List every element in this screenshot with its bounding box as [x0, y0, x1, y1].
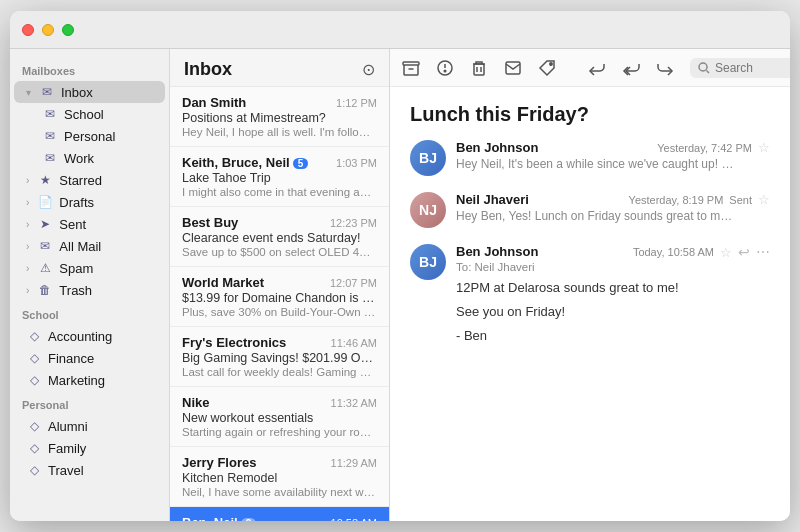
sidebar-item-finance[interactable]: ◇ Finance: [14, 347, 165, 369]
work-mailbox-icon: ✉: [42, 150, 58, 166]
reply-action-3[interactable]: ↩: [738, 244, 750, 260]
maximize-button[interactable]: [62, 24, 74, 36]
allmail-label: All Mail: [59, 239, 101, 254]
email-preview: Plus, save 30% on Build-Your-Own Gift B.…: [182, 306, 377, 318]
svg-line-10: [707, 70, 710, 73]
message-to-3: To: Neil Jhaveri: [456, 261, 770, 273]
sidebar-item-trash[interactable]: › 🗑 Trash: [14, 279, 165, 301]
starred-chevron: ›: [26, 175, 29, 186]
svg-point-3: [444, 70, 446, 72]
email-top: Ben, Neil3 10:58 AM: [182, 515, 377, 521]
sidebar-item-travel[interactable]: ◇ Travel: [14, 459, 165, 481]
email-item[interactable]: World Market 12:07 PM $13.99 for Domaine…: [170, 267, 389, 327]
email-item[interactable]: Fry's Electronics 11:46 AM Big Gaming Sa…: [170, 327, 389, 387]
email-item[interactable]: Nike 11:32 AM New workout essentials Sta…: [170, 387, 389, 447]
sidebar-item-personal[interactable]: ✉ Personal: [14, 125, 165, 147]
detail-content: Lunch this Friday? BJ Ben Johnson Yester…: [390, 87, 790, 521]
sidebar-item-family[interactable]: ◇ Family: [14, 437, 165, 459]
sender-name: World Market: [182, 275, 264, 290]
personal-mailbox-label: Personal: [64, 129, 115, 144]
sidebar-item-starred[interactable]: › ★ Starred: [14, 169, 165, 191]
delete-button[interactable]: [470, 58, 488, 78]
svg-rect-7: [506, 62, 520, 74]
allmail-icon: ✉: [37, 238, 53, 254]
email-preview: I might also come in that evening and me…: [182, 186, 377, 198]
email-preview: Starting again or refreshing your routin…: [182, 426, 377, 438]
trash-chevron: ›: [26, 285, 29, 296]
email-subject: Kitchen Remodel: [182, 471, 377, 485]
email-item[interactable]: Keith, Bruce, Neil5 1:03 PM Lake Tahoe T…: [170, 147, 389, 207]
message-date-2: Yesterday, 8:19 PM: [629, 194, 724, 206]
close-button[interactable]: [22, 24, 34, 36]
sidebar-item-sent[interactable]: › ➤ Sent: [14, 213, 165, 235]
sender-name: Dan Smith: [182, 95, 246, 110]
travel-icon: ◇: [26, 462, 42, 478]
inbox-chevron: ▾: [26, 87, 31, 98]
more-action-3[interactable]: ⋯: [756, 244, 770, 260]
sidebar-item-school[interactable]: ✉ School: [14, 103, 165, 125]
sender-name: Fry's Electronics: [182, 335, 286, 350]
filter-icon[interactable]: ⊙: [362, 60, 375, 79]
school-mailbox-icon: ✉: [42, 106, 58, 122]
email-time: 10:58 AM: [331, 517, 377, 521]
accounting-icon: ◇: [26, 328, 42, 344]
message-meta-1: Yesterday, 7:42 PM ☆: [657, 140, 770, 155]
star-icon-1[interactable]: ☆: [758, 140, 770, 155]
avatar-nj-2: NJ: [410, 192, 446, 228]
email-top: Dan Smith 1:12 PM: [182, 95, 377, 110]
flag-button[interactable]: [436, 58, 454, 78]
sidebar-item-work[interactable]: ✉ Work: [14, 147, 165, 169]
message-header-2: Neil Jhaveri Yesterday, 8:19 PM Sent ☆: [456, 192, 770, 207]
sidebar-item-alumni[interactable]: ◇ Alumni: [14, 415, 165, 437]
search-icon: [698, 62, 710, 74]
sidebar-item-marketing[interactable]: ◇ Marketing: [14, 369, 165, 391]
sender-name: Best Buy: [182, 215, 238, 230]
message-body-1: Ben Johnson Yesterday, 7:42 PM ☆ Hey Nei…: [456, 140, 770, 176]
finance-icon: ◇: [26, 350, 42, 366]
email-item[interactable]: Best Buy 12:23 PM Clearance event ends S…: [170, 207, 389, 267]
message-sender-3: Ben Johnson: [456, 244, 538, 259]
email-item[interactable]: Jerry Flores 11:29 AM Kitchen Remodel Ne…: [170, 447, 389, 507]
archive-button[interactable]: [402, 58, 420, 78]
email-subject: New workout essentials: [182, 411, 377, 425]
trash-label: Trash: [59, 283, 92, 298]
label-button[interactable]: [538, 58, 556, 78]
thread-title: Lunch this Friday?: [410, 103, 770, 126]
email-item[interactable]: Dan Smith 1:12 PM Positions at Mimestrea…: [170, 87, 389, 147]
email-subject: Clearance event ends Saturday!: [182, 231, 377, 245]
sidebar-item-inbox[interactable]: ▾ ✉ Inbox: [14, 81, 165, 103]
minimize-button[interactable]: [42, 24, 54, 36]
starred-icon: ★: [37, 172, 53, 188]
sidebar-item-allmail[interactable]: › ✉ All Mail: [14, 235, 165, 257]
star-icon-3[interactable]: ☆: [720, 245, 732, 260]
sidebar-item-accounting[interactable]: ◇ Accounting: [14, 325, 165, 347]
spam-label: Spam: [59, 261, 93, 276]
sidebar-item-drafts[interactable]: › 📄 Drafts: [14, 191, 165, 213]
replyall-button[interactable]: [622, 58, 640, 78]
star-icon-2[interactable]: ☆: [758, 192, 770, 207]
sidebar: Mailboxes ▾ ✉ Inbox ✉ School ✉ Personal …: [10, 49, 170, 521]
email-preview: Save up to $500 on select OLED 4K TVs!: [182, 246, 377, 258]
drafts-label: Drafts: [59, 195, 94, 210]
email-preview: Last call for weekly deals! Gaming equip…: [182, 366, 377, 378]
search-input[interactable]: [715, 61, 790, 75]
message-date-3: Today, 10:58 AM: [633, 246, 714, 258]
drafts-chevron: ›: [26, 197, 29, 208]
work-mailbox-label: Work: [64, 151, 94, 166]
sender-name: Nike: [182, 395, 209, 410]
email-preview: Hey Neil, I hope all is well. I'm follow…: [182, 126, 377, 138]
email-preview: Neil, I have some availability next week…: [182, 486, 377, 498]
sent-badge-2: Sent: [729, 194, 752, 206]
finance-label: Finance: [48, 351, 94, 366]
mark-button[interactable]: [504, 58, 522, 78]
email-time: 12:23 PM: [330, 217, 377, 229]
svg-rect-0: [403, 62, 419, 65]
sidebar-item-spam[interactable]: › ⚠ Spam: [14, 257, 165, 279]
message-date-1: Yesterday, 7:42 PM: [657, 142, 752, 154]
reply-button[interactable]: [588, 58, 606, 78]
email-list: Inbox ⊙ Dan Smith 1:12 PM Positions at M…: [170, 49, 390, 521]
email-item[interactable]: Ben, Neil3 10:58 AM Lunch this Friday? 1…: [170, 507, 389, 521]
email-items: Dan Smith 1:12 PM Positions at Mimestrea…: [170, 87, 389, 521]
forward-button[interactable]: [656, 58, 674, 78]
thread-message-2: NJ Neil Jhaveri Yesterday, 8:19 PM Sent …: [410, 192, 770, 228]
